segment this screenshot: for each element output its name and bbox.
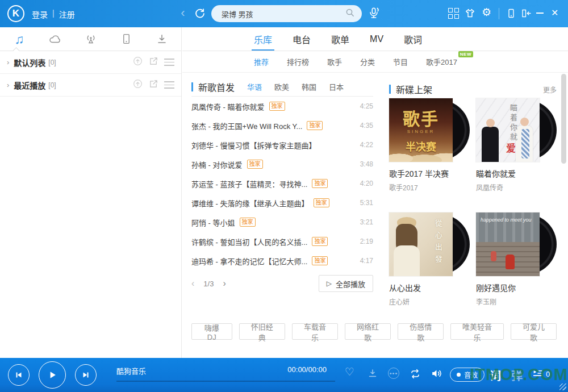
login-link[interactable]: 登录 [32,9,48,20]
album-item[interactable]: 歌手 SINGER 半决赛 歌手2017 半决赛 歌手2017 [389,98,470,192]
tab-lyrics[interactable]: 歌词 [394,27,432,51]
subtab-categories[interactable]: 分类 [351,56,384,67]
subtab-artists[interactable]: 歌手 [318,56,351,67]
playlist-default[interactable]: › 默认列表 [0] [0,51,181,74]
albums-more-link[interactable]: 更多 [543,85,557,94]
genre-tag-button[interactable]: 伤感情歌 [398,323,444,340]
langtab-chinese[interactable]: 华语 [247,81,262,92]
exclusive-badge: 独家 [247,160,263,169]
mini-mode-icon[interactable] [520,7,532,22]
tab-mv[interactable]: MV [360,27,394,51]
song-duration: 4:35 [360,122,373,130]
favorite-heart-icon[interactable]: ♡ [345,366,354,378]
tab-playlists[interactable]: 歌单 [321,27,360,51]
section-accent-bar [389,85,391,94]
song-row[interactable]: 刘德华 - 慢慢习惯【拆弹专家主题曲】独家4:22 [191,135,373,155]
skin-icon[interactable] [464,7,476,22]
playlist-name: 最近播放 [14,80,45,91]
album-item[interactable]: happened to meet you 刚好遇见你 李玉刚 [476,212,557,306]
external-link-icon[interactable] [149,56,158,68]
external-link-icon[interactable] [149,79,158,91]
device-phone-icon[interactable] [116,32,136,45]
play-mode-loop-icon[interactable] [408,368,422,382]
subtab-charts[interactable]: 排行榜 [278,56,318,67]
close-icon[interactable]: ✕ [551,7,558,19]
search-input[interactable] [222,10,345,18]
voice-search-icon[interactable] [367,6,381,23]
new-albums-title: 新碟上架 [396,82,432,96]
chevron-right-icon[interactable]: › [7,58,9,66]
register-link[interactable]: 注册 [59,9,75,20]
play-button[interactable] [39,361,66,389]
next-track-button[interactable] [75,364,97,386]
danmu-toggle-button[interactable]: 弹 [511,367,523,383]
album-title: 从心出发 [389,282,470,293]
album-artist: 凤凰传奇 [476,182,557,192]
playlist-recent[interactable]: › 最近播放 [0] [0,74,181,97]
minimize-icon[interactable] [536,8,544,14]
title-bar: K 登录 | 注册 ‹ ⚙ [0,0,568,27]
refresh-icon[interactable] [194,7,206,22]
song-row[interactable]: 张杰 - 我的王国+We Will Rock Y...独家4:35 [191,116,373,135]
new-badge: NEW [458,51,473,57]
song-row[interactable]: 谭维维 - 失落的缘【继承人主题曲】独家5:31 [191,193,373,212]
langtab-korean[interactable]: 韩国 [302,81,316,92]
list-menu-icon[interactable] [164,59,174,66]
song-row[interactable]: 苏运莹 - 蓝孩子【蓝精灵：寻找神...独家4:20 [191,174,373,193]
play-queue-button[interactable]: 0 [532,368,550,380]
album-item[interactable]: 瞄着你就 爱 瞄着你就爱 凤凰传奇 [476,98,557,192]
resize-grip[interactable] [559,383,566,390]
chevron-right-icon[interactable]: › [7,81,9,89]
sound-effect-button[interactable]: 音效 [450,368,485,382]
progress-bar[interactable] [116,381,335,382]
kugou-logo[interactable]: K [7,5,24,22]
song-row[interactable]: 阿悄 - 等小姐独家3:21 [191,212,373,232]
genre-tag-button[interactable]: 唯美轻音乐 [450,323,503,340]
play-all-label: 全部播放 [336,278,365,289]
back-icon[interactable]: ‹ [177,6,189,20]
langtab-japanese[interactable]: 日本 [329,81,344,92]
song-duration: 4:20 [360,180,373,187]
genre-tag-button[interactable]: 车载音乐 [292,323,338,340]
volume-icon[interactable] [430,368,443,382]
list-menu-icon[interactable] [164,81,174,89]
langtab-western[interactable]: 欧美 [274,81,289,92]
download-song-icon[interactable] [367,368,378,381]
genre-tag-button[interactable]: 嗨爆DJ [191,323,232,340]
page-prev-icon[interactable]: ‹ [191,278,194,289]
new-songs-title: 新歌首发 [198,80,235,94]
phone-transfer-icon[interactable] [506,7,517,22]
genre-tag-button[interactable]: 怀旧经典 [239,323,285,340]
local-music-tab-icon[interactable]: ♫ [9,33,30,45]
song-row[interactable]: 迪玛希 - 拿不走的记忆【记忆大师...独家4:17 [191,251,373,270]
tab-library[interactable]: 乐库 [244,27,282,51]
subtab-recommend[interactable]: 推荐 [245,56,278,67]
search-icon[interactable] [345,8,355,20]
apps-grid-icon[interactable] [448,8,459,19]
subtab-programs[interactable]: 节目 [384,56,417,67]
radio-broadcast-icon[interactable] [81,32,101,46]
album-item[interactable]: 從心出發 从心出发 庄心妍 [389,212,470,306]
cover-text: 爱 [506,140,516,155]
genre-tag-button[interactable]: 可爱儿歌 [511,323,557,340]
play-all-button[interactable]: ▷ 全部播放 [319,275,373,292]
album-cover-art: 瞄着你就 爱 [476,98,540,162]
song-row[interactable]: 许鹤缤 - 誓如当初【人民的名义插...独家2:19 [191,232,373,251]
tab-radio[interactable]: 电台 [282,27,321,51]
scrollbar-thumb[interactable] [561,74,566,164]
settings-gear-icon[interactable]: ⚙ [482,7,491,18]
lyrics-toggle-button[interactable]: 词 [490,367,501,383]
previous-track-button[interactable] [8,364,30,386]
subtab-singer2017[interactable]: 歌手2017NEW [417,56,466,67]
upload-circle-icon[interactable] [132,56,143,69]
genre-tag-button[interactable]: 网络红歌 [345,323,391,340]
song-row[interactable]: 凤凰传奇 - 瞄着你就爱独家4:25 [191,97,373,116]
upload-circle-icon[interactable] [132,78,143,91]
more-options-icon[interactable]: ••• [388,368,399,379]
song-title: 迪玛希 - 拿不走的记忆【记忆大师... [191,256,307,266]
page-next-icon[interactable]: › [223,278,225,289]
download-manager-icon[interactable] [152,33,172,45]
cloud-music-icon[interactable] [45,33,65,45]
song-row[interactable]: 孙楠 - 对你说爱独家3:48 [191,155,373,174]
search-box[interactable] [211,5,362,22]
